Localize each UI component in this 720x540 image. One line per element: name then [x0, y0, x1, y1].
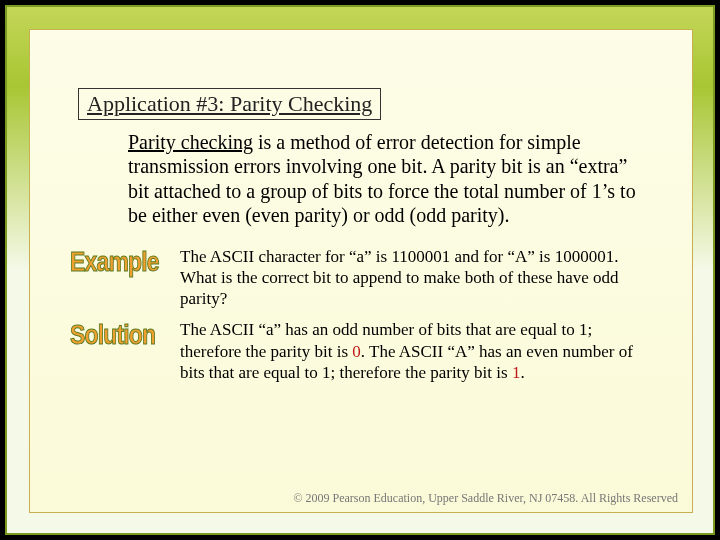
- solution-label: Solution: [70, 319, 160, 349]
- slide-title: Application #3: Parity Checking: [87, 91, 372, 116]
- solution-end: .: [520, 363, 524, 382]
- solution-text: The ASCII “a” has an odd number of bits …: [180, 319, 644, 383]
- slide-outer: Application #3: Parity Checking Parity c…: [5, 5, 715, 535]
- example-row: Example The ASCII character for “a” is 1…: [70, 246, 652, 310]
- slide-title-box: Application #3: Parity Checking: [78, 88, 381, 120]
- copyright-footer: © 2009 Pearson Education, Upper Saddle R…: [293, 491, 678, 506]
- slide-inner: Application #3: Parity Checking Parity c…: [29, 29, 693, 513]
- intro-lead: Parity checking: [128, 131, 253, 153]
- intro-paragraph: Parity checking is a method of error det…: [128, 130, 637, 228]
- solution-zero: 0: [352, 342, 361, 361]
- solution-row: Solution The ASCII “a” has an odd number…: [70, 319, 652, 383]
- example-text: The ASCII character for “a” is 1100001 a…: [180, 246, 644, 310]
- example-label: Example: [70, 246, 160, 276]
